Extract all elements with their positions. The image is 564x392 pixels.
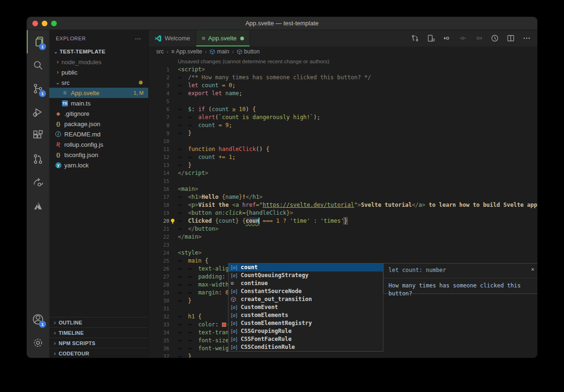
- code-line-37[interactable]: 37→ }: [149, 353, 537, 358]
- code-line-24[interactable]: 24<style>: [149, 249, 537, 257]
- activity-source-control-button[interactable]: 1: [27, 77, 49, 100]
- code-line-12[interactable]: 12→ → count += 1;: [149, 153, 537, 161]
- suggest-item-create_out_transition[interactable]: create_out_transition: [229, 295, 383, 303]
- code-line-22[interactable]: 22</main>: [149, 233, 537, 241]
- suggest-item-cssconditionrule[interactable]: [⊘]CSSConditionRule: [229, 343, 383, 351]
- line-number: 7: [149, 113, 169, 121]
- gitignore-file-icon: ◆: [56, 111, 60, 117]
- readme-file-icon: i: [55, 131, 61, 137]
- sidebar-section-codetour[interactable]: ›CODETOUR: [49, 348, 148, 358]
- line-number: 27: [149, 273, 169, 281]
- breadcrumb-item-button[interactable]: button: [236, 48, 259, 55]
- code-line-1[interactable]: 1<script>: [149, 66, 537, 74]
- code-line-7[interactable]: 7→ → alert(`count is dangerously high!`)…: [149, 113, 537, 121]
- breadcrumb-item-src[interactable]: src: [156, 48, 164, 55]
- code-line-18[interactable]: 18→ <p>Visit the <a href="https://svelte…: [149, 201, 537, 209]
- tree-item-app-svelte[interactable]: ≡App.svelte1, M: [49, 88, 148, 98]
- tab-app-svelte[interactable]: ≡App.svelte: [196, 30, 250, 46]
- code-line-13[interactable]: 13→ }: [149, 161, 537, 169]
- minimize-window-button[interactable]: [42, 21, 47, 26]
- code-line-11[interactable]: 11→ function handleClick() {: [149, 145, 537, 153]
- breadcrumb-item-app-svelte[interactable]: ≡App.svelte: [171, 48, 202, 55]
- code-line-14[interactable]: 14</script>: [149, 169, 537, 177]
- tree-item-readme-md[interactable]: iREADME.md: [49, 129, 148, 139]
- code-line-19[interactable]: 19→ <button on:click={handleClick}>: [149, 209, 537, 217]
- code-line-10[interactable]: 10: [149, 137, 537, 145]
- file-tree: ›node_modules›public⌄src≡App.svelte1, MT…: [49, 57, 148, 170]
- previous-change-button[interactable]: [443, 34, 451, 42]
- tab-welcome[interactable]: Welcome: [149, 30, 196, 46]
- suggest-item-customevent[interactable]: [⊘]CustomEvent: [229, 303, 383, 311]
- zoom-window-button[interactable]: [51, 21, 57, 26]
- sidebar-section-npm-scripts[interactable]: ›NPM SCRIPTS: [49, 338, 148, 348]
- code-line-8[interactable]: 8→ → count = 9;: [149, 121, 537, 129]
- code-line-21[interactable]: 21→ </button>: [149, 225, 537, 233]
- activity-search-button[interactable]: [27, 53, 49, 77]
- code-line-3[interactable]: 3→ let count = 0;: [149, 82, 537, 90]
- code-line-4[interactable]: 4→ export let name;: [149, 90, 537, 98]
- tree-item-yarn-lock[interactable]: yyarn.lock: [49, 160, 148, 170]
- code-line-16[interactable]: 16<main>: [149, 185, 537, 193]
- breadcrumb-item-main[interactable]: main: [209, 48, 229, 55]
- open-changes-button[interactable]: [427, 34, 435, 42]
- code-line-15[interactable]: 15: [149, 177, 537, 185]
- sidebar-section-timeline[interactable]: ›TIMELINE: [49, 327, 148, 338]
- activity-github-pr-button[interactable]: [27, 147, 49, 171]
- tree-item-label: node_modules: [61, 59, 101, 66]
- tree-item-tsconfig-json[interactable]: {}tsconfig.json: [49, 150, 148, 160]
- suggest-item-count[interactable]: [⊘]count: [229, 264, 383, 271]
- tree-item-node-modules[interactable]: ›node_modules: [49, 57, 148, 67]
- suggest-item-label: CustomElementRegistry: [241, 319, 312, 327]
- accounts-button[interactable]: 1: [27, 308, 49, 331]
- symbol-variable-icon: [⊘]: [230, 287, 241, 295]
- close-window-button[interactable]: [32, 21, 38, 26]
- lightbulb-icon[interactable]: [169, 218, 176, 225]
- suggest-item-customelements[interactable]: [⊘]customElements: [229, 311, 383, 319]
- sidebar-section-outline[interactable]: ›OUTLINE: [49, 317, 148, 327]
- tree-item--gitignore[interactable]: ◆.gitignore: [49, 108, 148, 119]
- project-root-row[interactable]: ⌄ TEST-TEMPLATE: [49, 46, 148, 57]
- suggest-item-continue[interactable]: ≡continue: [229, 279, 383, 287]
- code-line-20[interactable]: 20→ Clicked {count} {coun === 1 ? 'time'…: [149, 217, 537, 225]
- code-line-17[interactable]: 17→ <h1>Hello {name}!</h1>: [149, 193, 537, 201]
- activity-explorer-button[interactable]: 1: [27, 30, 49, 53]
- tree-item-package-json[interactable]: {}package.json: [49, 119, 148, 129]
- tree-item-src[interactable]: ⌄src: [49, 77, 148, 88]
- split-editor-button[interactable]: [507, 34, 515, 42]
- suggest-item-constantsourcenode[interactable]: [⊘]ConstantSourceNode: [229, 287, 383, 295]
- symbol-variable-icon: [⊘]: [230, 303, 241, 311]
- line-number: 13: [149, 161, 169, 169]
- window-title: App.svelte — test-template: [27, 20, 537, 27]
- code-line-9[interactable]: 9→ }: [149, 129, 537, 137]
- line-number: 33: [149, 321, 169, 329]
- close-icon[interactable]: ✕: [531, 265, 534, 273]
- code-line-5[interactable]: 5: [149, 98, 537, 106]
- line-number: 23: [149, 241, 169, 249]
- suggest-item-cssfontfacerule[interactable]: [⊘]CSSFontFaceRule: [229, 335, 383, 343]
- code-line-23[interactable]: 23: [149, 241, 537, 249]
- tab-bar: Welcome≡App.svelte: [149, 30, 537, 46]
- code-line-6[interactable]: 6→ $: if (count ≥ 10) {: [149, 106, 537, 113]
- tree-item-public[interactable]: ›public: [49, 67, 148, 77]
- sidebar-more-actions-icon[interactable]: ⋯: [135, 35, 142, 42]
- color-swatch[interactable]: [222, 323, 226, 327]
- suggest-item-countqueuingstrategy[interactable]: [⊘]CountQueuingStrategy: [229, 271, 383, 279]
- manage-button[interactable]: [27, 331, 49, 354]
- code-editor[interactable]: Unsaved changes (cannot determine recent…: [149, 57, 537, 358]
- more-actions-button[interactable]: [523, 34, 531, 42]
- activity-run-debug-button[interactable]: [27, 100, 49, 124]
- suggest-item-label: CustomEvent: [241, 303, 278, 311]
- next-change-button[interactable]: [475, 34, 483, 42]
- activity-live-share-button[interactable]: [27, 171, 49, 194]
- compare-changes-button[interactable]: [411, 34, 419, 42]
- activity-azure-button[interactable]: [27, 194, 49, 218]
- timeline-button[interactable]: [491, 34, 499, 42]
- code-line-2[interactable]: 2→ /** How many times has someone clicke…: [149, 74, 537, 82]
- suggest-item-customelementregistry[interactable]: [⊘]CustomElementRegistry: [229, 319, 383, 327]
- tree-item-main-ts[interactable]: TSmain.ts: [49, 98, 148, 108]
- current-change-button[interactable]: [459, 34, 467, 42]
- suggest-item-cssgroupingrule[interactable]: [⊘]CSSGroupingRule: [229, 327, 383, 335]
- tree-item-rollup-config-js[interactable]: Ʀrollup.config.js: [49, 139, 148, 150]
- title-bar[interactable]: App.svelte — test-template: [27, 17, 537, 30]
- activity-extensions-button[interactable]: [27, 124, 49, 147]
